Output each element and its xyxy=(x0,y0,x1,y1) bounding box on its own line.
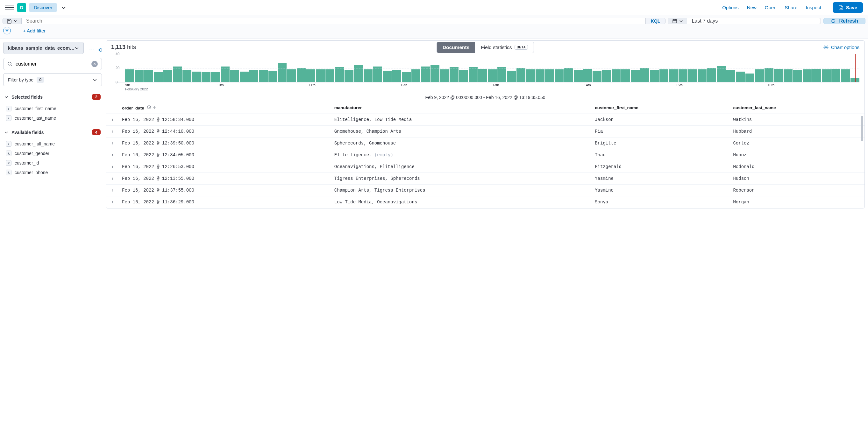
histogram-bar[interactable] xyxy=(497,67,506,82)
histogram-bar[interactable] xyxy=(574,70,583,82)
histogram-bar[interactable] xyxy=(631,70,640,82)
histogram-bar[interactable] xyxy=(421,66,430,82)
date-picker-icon-group[interactable] xyxy=(669,18,687,24)
histogram-bar[interactable] xyxy=(440,69,449,82)
open-link[interactable]: Open xyxy=(765,5,777,10)
histogram-bar[interactable] xyxy=(717,66,726,82)
histogram-bar[interactable] xyxy=(526,69,535,82)
histogram-bar[interactable] xyxy=(650,70,659,82)
histogram-bar[interactable] xyxy=(793,70,802,82)
histogram-bar[interactable] xyxy=(173,66,182,82)
expand-row-icon[interactable]: › xyxy=(111,187,114,194)
refresh-button[interactable]: Refresh xyxy=(824,18,865,24)
expand-row-icon[interactable]: › xyxy=(111,175,114,182)
histogram-bar[interactable] xyxy=(822,69,831,82)
histogram-bar[interactable] xyxy=(469,67,477,82)
save-button[interactable]: Save xyxy=(833,2,863,13)
histogram-bar[interactable] xyxy=(306,69,315,82)
histogram-bar[interactable] xyxy=(621,69,630,82)
histogram-bar[interactable] xyxy=(583,69,592,82)
histogram-bar[interactable] xyxy=(459,70,468,82)
histogram-bar[interactable] xyxy=(755,69,764,82)
chart-options-button[interactable]: Chart options xyxy=(824,44,859,50)
histogram-bar[interactable] xyxy=(488,69,497,82)
expand-row-icon[interactable]: › xyxy=(111,152,114,159)
share-link[interactable]: Share xyxy=(785,5,798,10)
query-language-toggle[interactable]: KQL xyxy=(645,18,665,24)
app-name-chip[interactable]: Discover xyxy=(29,3,57,12)
expand-row-icon[interactable]: › xyxy=(111,164,114,170)
histogram-bar[interactable] xyxy=(659,69,669,82)
histogram-bar[interactable] xyxy=(555,69,564,82)
histogram-bar[interactable] xyxy=(202,72,211,82)
histogram-bar[interactable] xyxy=(344,70,353,82)
tab-documents[interactable]: Documents xyxy=(437,42,475,53)
histogram-bar[interactable] xyxy=(364,69,373,82)
histogram-bar[interactable] xyxy=(163,70,172,82)
histogram-bar[interactable] xyxy=(230,70,239,82)
histogram-bar[interactable] xyxy=(373,66,382,82)
available-fields-header[interactable]: Available fields 4 xyxy=(3,127,102,137)
histogram-bar[interactable] xyxy=(745,73,754,82)
collapse-sidebar-icon[interactable] xyxy=(97,47,103,53)
histogram-bar[interactable] xyxy=(249,70,258,82)
date-range-label[interactable]: Last 7 days xyxy=(687,18,820,24)
expand-row-icon[interactable]: › xyxy=(111,140,114,147)
histogram-bar[interactable] xyxy=(564,68,573,83)
histogram-bar[interactable] xyxy=(841,69,850,82)
histogram-bar[interactable] xyxy=(125,69,134,82)
filter-settings-icon[interactable] xyxy=(3,27,11,34)
histogram-bar[interactable] xyxy=(765,68,773,83)
selected-fields-header[interactable]: Selected fields 2 xyxy=(3,92,102,102)
field-item[interactable]: kcustomer_phone xyxy=(3,168,102,177)
field-stats-icon[interactable] xyxy=(89,47,95,53)
histogram-bar[interactable] xyxy=(831,69,840,82)
histogram-bar[interactable] xyxy=(402,72,411,82)
histogram-bar[interactable] xyxy=(602,70,611,82)
add-filter-button[interactable]: + Add filter xyxy=(23,28,45,33)
histogram-bar[interactable] xyxy=(517,68,525,83)
histogram-bar[interactable] xyxy=(269,71,277,82)
field-search-input[interactable] xyxy=(16,61,88,67)
col-manufacturer[interactable]: manufacturer xyxy=(329,102,590,114)
histogram-bar[interactable] xyxy=(707,68,716,83)
field-item[interactable]: kcustomer_gender xyxy=(3,149,102,158)
col-order-date[interactable]: order_date xyxy=(117,102,329,114)
histogram-bar[interactable] xyxy=(221,66,229,82)
nav-toggle-icon[interactable] xyxy=(5,3,14,12)
field-item[interactable]: tcustomer_last_name xyxy=(3,113,102,123)
new-link[interactable]: New xyxy=(747,5,756,10)
scrollbar-thumb[interactable] xyxy=(861,116,863,141)
col-customer-last-name[interactable]: customer_last_name xyxy=(728,102,865,114)
histogram-bar[interactable] xyxy=(593,71,601,82)
col-customer-first-name[interactable]: customer_first_name xyxy=(590,102,728,114)
options-link[interactable]: Options xyxy=(722,5,739,10)
histogram-bar[interactable] xyxy=(535,69,545,82)
histogram-bar[interactable] xyxy=(478,69,487,82)
histogram-bar[interactable] xyxy=(297,68,306,83)
histogram-bar[interactable] xyxy=(726,70,735,82)
app-switcher-caret-icon[interactable] xyxy=(61,5,66,10)
histogram-bar[interactable] xyxy=(545,69,554,82)
data-view-selector[interactable]: kibana_sample_data_ecom… xyxy=(3,42,84,54)
histogram-bar[interactable] xyxy=(211,72,220,82)
histogram-bar[interactable] xyxy=(803,69,812,82)
histogram-bar[interactable] xyxy=(326,69,334,82)
histogram-bar[interactable] xyxy=(640,68,649,83)
histogram-bar[interactable] xyxy=(612,69,621,82)
histogram-bar[interactable] xyxy=(182,70,191,82)
inspect-link[interactable]: Inspect xyxy=(806,5,821,10)
field-item[interactable]: tcustomer_first_name xyxy=(3,104,102,113)
field-item[interactable]: tcustomer_full_name xyxy=(3,139,102,149)
histogram-chart[interactable]: 40 20 0 9th10th11th12th13th14th15th16th … xyxy=(106,54,865,92)
histogram-bar[interactable] xyxy=(450,67,459,82)
histogram-bar[interactable] xyxy=(259,70,268,82)
saved-query-menu[interactable] xyxy=(3,18,22,24)
histogram-bar[interactable] xyxy=(144,70,153,82)
histogram-bar[interactable] xyxy=(411,69,420,82)
histogram-bar[interactable] xyxy=(383,71,392,82)
expand-row-icon[interactable]: › xyxy=(111,128,114,135)
histogram-bar[interactable] xyxy=(679,69,687,82)
histogram-bar[interactable] xyxy=(507,71,516,82)
tab-field-statistics[interactable]: Field statistics BETA xyxy=(475,42,534,53)
